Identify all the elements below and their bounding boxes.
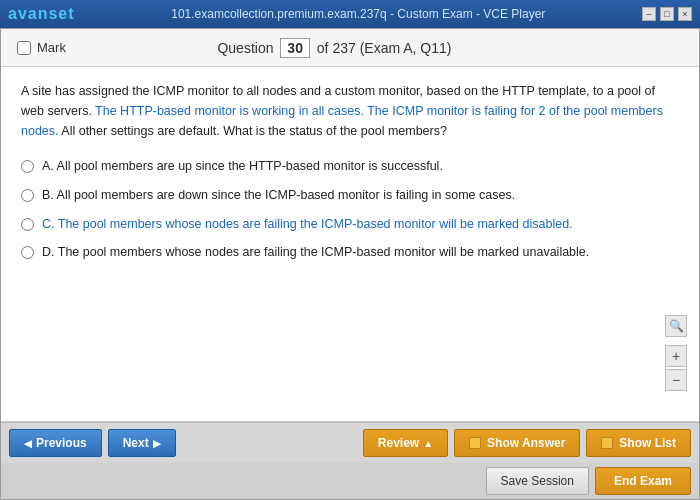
search-icon[interactable]: 🔍: [665, 315, 687, 337]
question-number: 30: [280, 38, 310, 58]
zoom-out-button[interactable]: −: [665, 369, 687, 391]
logo-text-primary: avan: [8, 5, 48, 22]
next-label: Next: [123, 436, 149, 450]
minimize-button[interactable]: –: [642, 7, 656, 21]
review-button[interactable]: Review ▲: [363, 429, 448, 457]
answer-text-c: C. The pool members whose nodes are fail…: [42, 215, 573, 234]
answer-option-d: D. The pool members whose nodes are fail…: [21, 243, 679, 262]
save-session-button[interactable]: Save Session: [486, 467, 589, 495]
close-button[interactable]: ×: [678, 7, 692, 21]
toolbar-row-nav: ◀ Previous Next ▶ Review ▲ Show Answer S…: [1, 423, 699, 463]
answers-list: A. All pool members are up since the HTT…: [21, 157, 679, 262]
previous-arrow-icon: ◀: [24, 438, 32, 449]
title-bar: avanset 101.examcollection.premium.exam.…: [0, 0, 700, 28]
content-area: A site has assigned the ICMP monitor to …: [1, 67, 699, 422]
question-info: Question 30 of 237 (Exam A, Q11): [217, 38, 451, 58]
window-title: 101.examcollection.premium.exam.237q - C…: [171, 7, 545, 21]
logo-text-accent: set: [48, 5, 74, 22]
zoom-controls: 🔍 + −: [665, 315, 687, 391]
maximize-button[interactable]: □: [660, 7, 674, 21]
bottom-toolbar: ◀ Previous Next ▶ Review ▲ Show Answer S…: [1, 422, 699, 499]
app-logo: avanset: [8, 5, 75, 23]
toolbar-row-session: Save Session End Exam: [1, 463, 699, 499]
zoom-in-button[interactable]: +: [665, 345, 687, 367]
show-answer-label: Show Answer: [487, 436, 565, 450]
highlight-text: The HTTP-based monitor is working in all…: [21, 104, 663, 138]
question-body: A site has assigned the ICMP monitor to …: [21, 84, 663, 138]
question-label: Question: [217, 40, 273, 56]
answer-radio-a[interactable]: [21, 160, 34, 173]
show-list-icon: [601, 437, 613, 449]
show-list-label: Show List: [619, 436, 676, 450]
mark-label: Mark: [37, 40, 66, 55]
answer-option-a: A. All pool members are up since the HTT…: [21, 157, 679, 176]
answer-text-a: A. All pool members are up since the HTT…: [42, 157, 443, 176]
next-arrow-icon: ▶: [153, 438, 161, 449]
answer-option-b: B. All pool members are down since the I…: [21, 186, 679, 205]
question-header: Mark Question 30 of 237 (Exam A, Q11): [1, 29, 699, 67]
review-dropdown-icon: ▲: [423, 438, 433, 449]
show-answer-icon: [469, 437, 481, 449]
answer-radio-d[interactable]: [21, 246, 34, 259]
mark-section: Mark: [17, 40, 66, 55]
previous-label: Previous: [36, 436, 87, 450]
show-list-button[interactable]: Show List: [586, 429, 691, 457]
window-controls: – □ ×: [642, 7, 692, 21]
end-exam-label: End Exam: [614, 474, 672, 488]
answer-radio-b[interactable]: [21, 189, 34, 202]
answer-option-c: C. The pool members whose nodes are fail…: [21, 215, 679, 234]
app-window: Mark Question 30 of 237 (Exam A, Q11) A …: [0, 28, 700, 500]
answer-text-b: B. All pool members are down since the I…: [42, 186, 515, 205]
mark-checkbox[interactable]: [17, 41, 31, 55]
answer-text-d: D. The pool members whose nodes are fail…: [42, 243, 589, 262]
question-total: of 237 (Exam A, Q11): [317, 40, 452, 56]
previous-button[interactable]: ◀ Previous: [9, 429, 102, 457]
answer-radio-c[interactable]: [21, 218, 34, 231]
review-label: Review: [378, 436, 419, 450]
next-button[interactable]: Next ▶: [108, 429, 176, 457]
end-exam-button[interactable]: End Exam: [595, 467, 691, 495]
question-text: A site has assigned the ICMP monitor to …: [21, 81, 679, 141]
save-session-label: Save Session: [501, 474, 574, 488]
show-answer-button[interactable]: Show Answer: [454, 429, 580, 457]
